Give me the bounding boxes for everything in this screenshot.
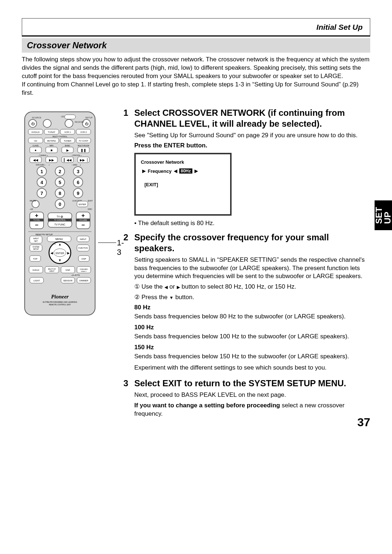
left-cursor-icon: ◀ <box>164 285 168 289</box>
svg-text:TV ⏻: TV ⏻ <box>57 215 63 218</box>
svg-text:MULTI CONTROL: MULTI CONTROL <box>53 135 68 138</box>
svg-text:TV/SAT: TV/SAT <box>48 131 56 133</box>
step-3: 3 Select EXIT to return to the SYSTEM SE… <box>123 378 367 420</box>
svg-text:DVD/LD: DVD/LD <box>33 269 40 271</box>
svg-text:DVD/LD: DVD/LD <box>32 131 40 133</box>
svg-text:⏻: ⏻ <box>85 122 89 126</box>
svg-text:MD/TAPE1: MD/TAPE1 <box>47 140 56 142</box>
section-title: Crossover Network <box>27 40 107 50</box>
step-3-number: 3 <box>123 378 131 420</box>
osd-screen: Crossover Network ▶ Frequency ◀80Hz▶ [EX… <box>134 153 232 216</box>
svg-text:TUNER: TUNER <box>64 140 72 142</box>
svg-text:DIRECT: DIRECT <box>81 270 87 272</box>
svg-text:MULTI CH: MULTI CH <box>48 268 56 270</box>
svg-text:RECEIVER: RECEIVER <box>75 121 84 123</box>
svg-text:− TUNING +: − TUNING + <box>38 154 48 156</box>
freq-150-heading: 150 Hz <box>134 344 367 351</box>
svg-text:DISC: DISC <box>88 208 92 210</box>
step-3-title: Select EXIT to return to the SYSTEM SETU… <box>134 378 367 389</box>
intro-paragraph: The following steps show you how to adju… <box>22 56 370 97</box>
svg-text:INPUT: INPUT <box>80 238 86 240</box>
svg-text:BAND: BAND <box>65 144 70 147</box>
svg-text:9: 9 <box>77 191 79 196</box>
step-1-body: See "Setting Up for Surround Sound" on p… <box>134 131 367 140</box>
svg-text:AV PRE-PROGRAMMED AND LEARNING: AV PRE-PROGRAMMED AND LEARNING <box>42 301 77 303</box>
step-1-number: 1 <box>123 107 131 230</box>
step-2-body: Setting speakers to SMALL in “SPEAKER SE… <box>134 256 367 281</box>
step-2-sub1: ① Use the ◀ or ▶ button to select 80 Hz,… <box>134 283 367 291</box>
svg-text:−: − <box>35 222 38 228</box>
svg-text:TV CONT: TV CONT <box>79 140 89 142</box>
svg-text:TV VOL: TV VOL <box>33 219 40 221</box>
svg-text:3: 3 <box>77 169 79 174</box>
remote-svg: SOURCE SETUP LED ⏻ ⏻ RECEIVER DVD/LD T <box>22 111 98 318</box>
left-arrow-icon: ◀ <box>174 169 177 173</box>
svg-text:CLASS: CLASS <box>33 144 39 147</box>
svg-text:ENTER: ENTER <box>56 252 64 254</box>
svg-text:MUTE: MUTE <box>30 200 36 202</box>
callout-label: 1-3 <box>117 238 124 257</box>
svg-text:VCR 1: VCR 1 <box>64 131 71 133</box>
svg-text:▲: ▲ <box>58 243 62 246</box>
step-2-sub2: ② Press the ▼ button. <box>134 293 367 302</box>
svg-text:TOP: TOP <box>33 258 37 260</box>
svg-text:4: 4 <box>40 180 43 185</box>
svg-text:SENSOR: SENSOR <box>63 280 73 282</box>
step-3-ifchange: If you want to change a setting before p… <box>134 402 367 418</box>
svg-text:MULTI ROOM: MULTI ROOM <box>78 144 89 147</box>
svg-text:DSP: DSP <box>82 258 86 260</box>
freq-100-heading: 100 Hz <box>134 324 367 331</box>
svg-text:❚❚: ❚❚ <box>81 148 86 152</box>
chapter-header: Initial Set Up <box>22 18 370 37</box>
svg-text:1: 1 <box>40 169 43 174</box>
svg-text:▶▶▕: ▶▶▕ <box>80 158 87 162</box>
svg-point-6 <box>43 119 51 127</box>
step-1-title: Select CROSSOVER NETWORK (if continuing … <box>134 107 367 129</box>
svg-text:◀: ◀ <box>50 251 53 255</box>
svg-text:REMOTE CONTROL UNIT: REMOTE CONTROL UNIT <box>49 304 71 306</box>
svg-text:⏻: ⏻ <box>31 122 35 126</box>
svg-text:−: − <box>81 222 85 228</box>
svg-text:DVD DISC −     +: DVD DISC − + <box>36 164 50 166</box>
svg-text:◀◀: ◀◀ <box>33 158 38 162</box>
svg-text:VCR 2: VCR 2 <box>80 131 87 133</box>
down-cursor-icon: ▼ <box>169 296 173 300</box>
svg-text:+: + <box>35 212 38 219</box>
svg-text:SET: SET <box>34 240 38 242</box>
callout-leader-line <box>98 243 116 243</box>
svg-text:8: 8 <box>58 191 61 196</box>
svg-text:6: 6 <box>77 180 79 185</box>
step-1-press: Press the ENTER button. <box>134 142 367 149</box>
svg-text:EXIT: EXIT <box>88 200 93 202</box>
page-number: 37 <box>357 416 370 429</box>
svg-rect-1 <box>65 115 75 119</box>
osd-frequency-row: ▶ Frequency ◀80Hz▶ <box>141 168 225 174</box>
step-2-experiment: Experiment with the different settings t… <box>134 364 367 372</box>
svg-text:2: 2 <box>58 169 61 174</box>
step-2-number: 2 <box>123 232 131 374</box>
svg-text:LIGHT: LIGHT <box>33 280 40 282</box>
svg-text:7: 7 <box>40 191 43 196</box>
section-title-bar: Crossover Network <box>22 38 370 53</box>
svg-text:TV FUNC: TV FUNC <box>54 223 65 226</box>
svg-point-7 <box>65 119 73 127</box>
right-arrow-icon: ▶ <box>195 169 198 173</box>
svg-text:0: 0 <box>58 201 61 207</box>
svg-text:ENTER: ENTER <box>79 203 86 205</box>
svg-text:÷0÷/DTS: ÷0÷/DTS <box>71 274 80 276</box>
osd-row-label: Frequency <box>148 168 172 174</box>
svg-text:▶: ▶ <box>67 251 70 255</box>
chapter-title: Initial Set Up <box>317 23 363 31</box>
svg-text:MPX: MPX <box>50 144 54 147</box>
svg-text:LED: LED <box>61 115 65 118</box>
svg-text:VOLUME: VOLUME <box>79 219 87 221</box>
svg-text:TV CONTROL: TV CONTROL <box>54 219 66 221</box>
osd-title: Crossover Network <box>141 159 225 165</box>
svg-rect-107 <box>30 245 42 251</box>
freq-150-body: Sends bass frequencies below 150 Hz to t… <box>134 353 367 361</box>
svg-text:REMOTE SETUP: REMOTE SETUP <box>36 233 53 236</box>
svg-text:▎◀◀: ▎◀◀ <box>64 158 72 162</box>
svg-text:STANDARD: STANDARD <box>80 268 88 270</box>
svg-text:SOURCE: SOURCE <box>32 117 41 119</box>
svg-text:DSP: DSP <box>66 269 70 271</box>
